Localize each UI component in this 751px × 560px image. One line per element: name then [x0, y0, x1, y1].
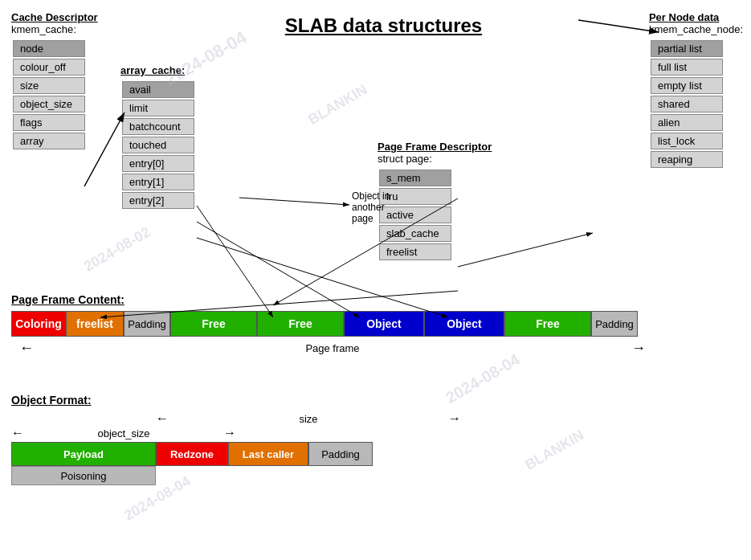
pfc-free3: Free — [504, 311, 591, 337]
array-cache-title: array_cache: — [120, 64, 196, 76]
obj-bar: Payload Redzone Last caller Padding — [11, 442, 461, 466]
cache-descriptor-section: Cache Descriptor kmem_cache: node colour… — [11, 11, 98, 151]
pfd-subtitle: struct page: — [378, 153, 492, 165]
pn-shared: shared — [651, 96, 723, 112]
pfd-title: Page Frame Descriptor — [378, 141, 492, 153]
watermark-4: BLANKIN — [522, 427, 587, 474]
pn-reaping: reaping — [651, 151, 723, 168]
page-frame-label: Page frame — [34, 342, 631, 354]
page-frame-arrow: ← Page frame → — [19, 340, 646, 357]
pfc-freelist: freelist — [66, 311, 124, 337]
ac-batchcount: batchcount — [122, 118, 194, 135]
pfc-title: Page Frame Content: — [11, 293, 740, 306]
field-size: size — [13, 77, 85, 94]
pfc-object2: Object — [424, 311, 504, 337]
object-size-arrow: ← object_size → — [11, 426, 236, 440]
size-arrow: ← size → — [11, 411, 461, 426]
per-node-section: Per Node data kmem_cache_node: partial l… — [649, 11, 743, 170]
watermark-5: 2024-08-02 — [81, 223, 153, 275]
cache-descriptor-title: Cache Descriptor — [11, 11, 98, 23]
cache-descriptor-subtitle: kmem_cache: — [11, 23, 98, 35]
per-node-table: partial list full list empty list shared… — [649, 39, 724, 170]
obj-padding: Padding — [308, 442, 373, 466]
pfd-section: Page Frame Descriptor struct page: s_mem… — [378, 141, 492, 262]
array-cache-table: avail limit batchcount touched entry[0] … — [120, 80, 196, 211]
array-cache-section: array_cache: avail limit batchcount touc… — [120, 64, 196, 211]
pfc-bar: Coloring freelist Padding Free Free Obje… — [11, 311, 734, 337]
main-container: SLAB data structures Cache Descriptor km… — [0, 0, 751, 560]
watermark-2: BLANKIN — [305, 81, 370, 129]
object-size-label: object_size — [24, 427, 223, 439]
per-node-subtitle: kmem_cache_node: — [649, 23, 743, 35]
pn-empty: empty list — [651, 77, 723, 94]
obj-poisoning: Poisoning — [11, 466, 156, 485]
cache-descriptor-table: node colour_off size object_size flags a… — [11, 39, 87, 151]
ac-entry1: entry[1] — [122, 174, 194, 190]
pfc-section: Page Frame Content: Coloring freelist Pa… — [11, 293, 740, 357]
pfd-active: active — [379, 206, 451, 223]
pfc-padding1: Padding — [124, 311, 170, 337]
ac-avail: avail — [122, 81, 194, 98]
per-node-title: Per Node data — [649, 11, 743, 23]
ac-entry2: entry[2] — [122, 192, 194, 209]
page-title: SLAB data structures — [177, 14, 590, 37]
pfd-lru: lru — [379, 188, 451, 205]
ac-touched: touched — [122, 137, 194, 153]
field-flags: flags — [13, 114, 85, 131]
pn-full: full list — [651, 59, 723, 76]
pfd-table: s_mem lru active slab_cache freelist — [378, 168, 453, 262]
pn-listlock: list_lock — [651, 133, 723, 149]
field-node: node — [13, 40, 85, 57]
field-colour-off: colour_off — [13, 59, 85, 76]
pfd-freelist: freelist — [379, 243, 451, 260]
field-array: array — [13, 133, 85, 149]
field-object-size: object_size — [13, 96, 85, 112]
obj-redzone: Redzone — [156, 442, 228, 466]
size-label: size — [169, 413, 448, 425]
ac-limit: limit — [122, 100, 194, 116]
svg-line-7 — [239, 198, 349, 205]
svg-line-3 — [578, 20, 659, 32]
pfd-smem: s_mem — [379, 170, 451, 186]
pfc-free2: Free — [257, 311, 344, 337]
pfc-object1: Object — [344, 311, 424, 337]
pfc-padding2: Padding — [591, 311, 638, 337]
pn-alien: alien — [651, 114, 723, 131]
ac-entry0: entry[0] — [122, 155, 194, 172]
obj-format-section: Object Format: ← size → ← object_size → … — [11, 394, 461, 485]
pn-partial: partial list — [651, 40, 723, 57]
pfd-slabcache: slab_cache — [379, 225, 451, 242]
svg-text:page: page — [352, 213, 373, 224]
obj-lastcaller: Last caller — [228, 442, 308, 466]
pfc-free1: Free — [170, 311, 257, 337]
pfc-coloring: Coloring — [11, 311, 66, 337]
obj-format-title: Object Format: — [11, 394, 461, 407]
obj-payload: Payload — [11, 442, 156, 466]
